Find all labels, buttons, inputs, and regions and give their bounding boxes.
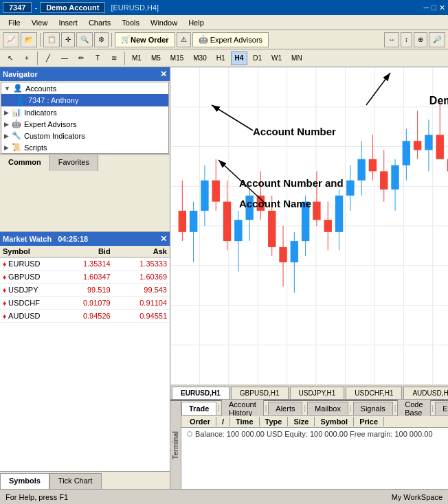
zoom-out-right-btn[interactable]: ↔: [384, 32, 399, 47]
menu-insert[interactable]: Insert: [53, 17, 83, 28]
draw-btn[interactable]: ✏: [74, 51, 89, 65]
t-tab-mailbox[interactable]: Mailbox: [307, 402, 348, 415]
tf-m15[interactable]: M15: [166, 51, 188, 65]
tf-d1[interactable]: D1: [249, 51, 266, 65]
mw-cell-symbol-2: ♦ USDJPY: [0, 284, 56, 296]
open-btn[interactable]: 📂: [21, 32, 37, 47]
mw-row-0[interactable]: ♦ EURUSD 1.35314 1.35333: [0, 257, 170, 271]
sym-name-2: USDJPY: [8, 286, 38, 294]
scroll-btn[interactable]: ↕: [401, 32, 412, 47]
menu-help[interactable]: Help: [183, 17, 210, 28]
col-bid: Bid: [56, 246, 113, 257]
chart-tab-1[interactable]: GBPUSD,H1: [231, 387, 289, 399]
sym-name-1: GBPUSD: [8, 273, 40, 281]
market-watch-close-btn[interactable]: ✕: [160, 234, 167, 244]
text-btn[interactable]: T: [90, 51, 105, 65]
crosshair-btn[interactable]: ✛: [61, 32, 75, 47]
magnify-btn[interactable]: 🔎: [429, 32, 445, 47]
tf-m30[interactable]: M30: [189, 51, 210, 65]
line-btn[interactable]: ╱: [41, 51, 56, 65]
sep3: [37, 51, 38, 65]
t-tab-experts[interactable]: Experts: [435, 402, 448, 415]
terminal-wrapper: Terminal Trade | Account History | Alert…: [170, 400, 448, 489]
period-btn[interactable]: ⊕: [414, 32, 427, 47]
sym-arrow-3: ♦: [3, 299, 6, 307]
expand-icon: ▼: [4, 85, 10, 92]
tf-h1[interactable]: H1: [212, 51, 229, 65]
fib-btn[interactable]: ≋: [107, 51, 122, 65]
mw-row-3[interactable]: ♦ USDCHF 0.91079 0.91104: [0, 297, 170, 310]
crosshair2-btn[interactable]: +: [19, 51, 34, 65]
terminal-vert-label[interactable]: Terminal: [170, 401, 181, 489]
new-order-icon: 🛒: [121, 35, 131, 44]
nav-accounts-root[interactable]: ▼ 👤 Accounts: [1, 82, 168, 94]
sym-name-3: USDCHF: [8, 299, 40, 307]
nav-expert-advisors[interactable]: ▶ 🤖 Expert Advisors: [1, 118, 168, 130]
zoom-in-btn[interactable]: 🔍: [76, 32, 93, 47]
mw-tab-symbols[interactable]: Symbols: [0, 473, 49, 489]
navigator-panel: Navigator ✕ ▼ 👤 Accounts 👤 7347 : Anthon…: [0, 67, 170, 232]
mw-title-text: Market Watch: [3, 235, 52, 243]
sym-arrow-4: ♦: [3, 312, 6, 320]
menu-file[interactable]: File: [3, 17, 26, 28]
mw-cell-symbol-1: ♦ GBPUSD: [0, 271, 56, 283]
title-instrument: [EURUSD,H4]: [111, 3, 159, 12]
nav-tab-favorites[interactable]: Favorites: [50, 155, 98, 171]
chart-tab-4[interactable]: AUDUSD,H1: [403, 387, 448, 399]
maximize-btn[interactable]: □: [432, 3, 436, 12]
mw-row-1[interactable]: ♦ GBPUSD 1.60347 1.60369: [0, 271, 170, 284]
chart-tab-0[interactable]: EURUSD,H1: [172, 387, 229, 399]
hline-btn[interactable]: —: [57, 51, 72, 65]
mw-tab-tick-chart[interactable]: Tick Chart: [49, 473, 102, 489]
chart-tab-2[interactable]: USDJPY,H1: [290, 387, 345, 399]
minimize-btn[interactable]: ─: [424, 3, 429, 12]
demo-account-title: Demo Account: [40, 2, 105, 13]
close-btn[interactable]: ✕: [439, 3, 445, 12]
tf-m1[interactable]: M1: [128, 51, 146, 65]
new-chart-btn[interactable]: 📈: [3, 32, 19, 47]
menu-charts[interactable]: Charts: [83, 17, 116, 28]
mw-cell-bid-3: 0.91079: [56, 297, 113, 309]
sym-arrow-1: ♦: [3, 273, 6, 281]
menu-tools[interactable]: Tools: [116, 17, 145, 28]
nav-account-entry[interactable]: 👤 7347 : Anthony: [1, 94, 168, 106]
new-order-btn[interactable]: 🛒 New Order: [115, 32, 175, 47]
menu-window[interactable]: Window: [145, 17, 183, 28]
toolbar-main: 📈 📂 📋 ✛ 🔍 ⚙ 🛒 New Order ⚠ 🤖 Expert Advis…: [0, 30, 448, 49]
tf-h4[interactable]: H4: [231, 51, 248, 65]
t-tab-alerts[interactable]: Alerts: [268, 402, 302, 415]
chart-canvas[interactable]: [170, 67, 448, 385]
cursor-btn[interactable]: ↖: [3, 51, 18, 65]
tf-m5[interactable]: M5: [147, 51, 165, 65]
balance-indicator: [187, 431, 192, 437]
template-btn[interactable]: 📋: [43, 32, 60, 47]
menu-view[interactable]: View: [26, 17, 54, 28]
mw-cell-bid-2: 99.519: [56, 284, 113, 296]
chart-tab-3[interactable]: USDCHF,H1: [346, 387, 402, 399]
title-separator: -: [34, 3, 37, 12]
mw-tabs: Symbols Tick Chart: [0, 471, 170, 489]
terminal-inner: Trade | Account History | Alerts | Mailb…: [181, 401, 448, 489]
mw-cell-bid-1: 1.60347: [56, 271, 113, 283]
nav-tab-common[interactable]: Common: [0, 155, 50, 171]
properties-btn[interactable]: ⚙: [94, 32, 109, 47]
navigator-close-btn[interactable]: ✕: [160, 69, 167, 79]
t-tab-trade[interactable]: Trade: [181, 402, 216, 415]
mw-row-2[interactable]: ♦ USDJPY 99.519 99.543: [0, 284, 170, 297]
tf-mn[interactable]: MN: [287, 51, 306, 65]
mw-time: 04:25:18: [58, 235, 88, 243]
tf-w1[interactable]: W1: [267, 51, 286, 65]
nav-scripts[interactable]: ▶ 📜 Scripts: [1, 141, 168, 153]
menu-bar: File View Insert Charts Tools Window Hel…: [0, 15, 448, 30]
nav-custom-indicators[interactable]: ▶ 🔧 Custom Indicators: [1, 130, 168, 141]
tc-type: Type: [260, 417, 289, 426]
mw-row-4[interactable]: ♦ AUDUSD 0.94526 0.94551: [0, 310, 170, 323]
alert-btn[interactable]: ⚠: [177, 32, 191, 47]
mw-cell-symbol-4: ♦ AUDUSD: [0, 310, 56, 322]
expert-advisors-btn[interactable]: 🤖 Expert Advisors: [192, 32, 269, 47]
title-bar: 7347 - Demo Account [EURUSD,H4] ─ □ ✕: [0, 0, 448, 15]
t-tab-signals[interactable]: Signals: [353, 402, 393, 415]
status-bar: For Help, press F1 My WorkSpace: [0, 489, 448, 504]
nav-indicators[interactable]: ▶ 📊 Indicators: [1, 106, 168, 118]
account-number-box: 7347: [3, 2, 32, 13]
